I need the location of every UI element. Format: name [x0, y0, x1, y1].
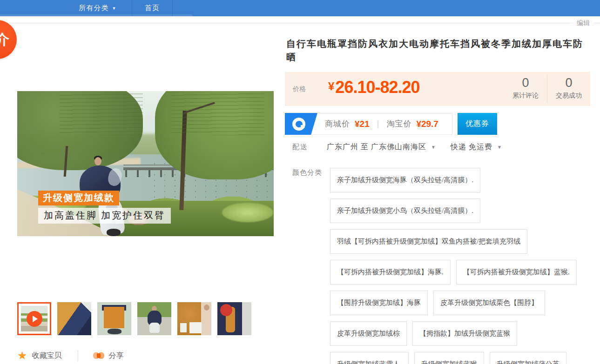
stat-comments-value: 0	[504, 76, 547, 90]
sku-option-7[interactable]: 皮革升级侧宽加绒栗色【围脖】	[433, 291, 545, 315]
price-separator: |	[377, 119, 379, 129]
taobao-price-value: ¥29.7	[416, 119, 438, 129]
stat-deals-value: 0	[547, 76, 590, 90]
sku-option-10[interactable]: 升级侧宽加绒蓝雪人.	[330, 352, 409, 364]
page-title: 自行车电瓶罩挡防风衣加大电动摩托车挡风被冬季加绒加厚电车防晒	[286, 37, 590, 64]
sku-option-12[interactable]: 升级侧宽加绒蒲公英	[490, 352, 566, 364]
trade-stats: 0 累计评论 0 交易成功	[504, 72, 590, 106]
stat-deals-label: 交易成功	[547, 92, 590, 100]
mall-price-label: 商城价	[325, 119, 350, 129]
thumbnail-1-image	[21, 306, 47, 331]
edit-link[interactable]: 编辑	[573, 19, 593, 27]
thumbnail-strip	[17, 302, 251, 335]
shop-logo-icon	[285, 113, 317, 135]
sku-options: 亲子加绒升级侧宽海豚（双头拉链/高清膜）. 亲子加绒升级侧宽小鸟（双头拉链/高清…	[330, 168, 593, 364]
gallery-actions: ★ 收藏宝贝 分享	[17, 349, 124, 363]
scene-rider-head	[94, 157, 101, 165]
delivery-label: 配送	[292, 143, 327, 152]
scene-willow-fringe	[171, 91, 264, 135]
stat-comments: 0 累计评论	[504, 72, 547, 106]
share-button[interactable]: 分享	[109, 351, 124, 361]
nav-home-label: 首页	[145, 4, 160, 13]
actions-divider	[78, 350, 78, 361]
thumbnail-3[interactable]	[97, 302, 131, 335]
taobao-price-label: 淘宝价	[386, 119, 411, 129]
sku-option-11[interactable]: 升级侧宽加绒蓝猴	[414, 352, 484, 364]
coupon-button[interactable]: 优惠券	[458, 113, 497, 135]
shipping-method-select[interactable]: 快递 免运费	[451, 142, 492, 152]
image-overlay-caption: 加高盖住脚 加宽护住双臂	[38, 208, 171, 224]
price-range: ¥26.10-82.20	[328, 78, 420, 97]
image-overlay-badge: 升级侧宽加绒款	[38, 191, 119, 205]
scene-wheel	[107, 229, 121, 236]
sku-option-1[interactable]: 亲子加绒升级侧宽海豚（双头拉链/高清膜）.	[330, 168, 480, 192]
favorite-star-icon[interactable]: ★	[17, 350, 27, 361]
thumbnail-4[interactable]	[137, 302, 171, 335]
thumbnail-2[interactable]	[57, 302, 91, 335]
thumbnail-1-video[interactable]	[17, 302, 51, 335]
delivery-row: 配送 广东广州 至 广东佛山南海区 ▼ 快递 免运费 ▼	[292, 141, 506, 152]
sku-option-5[interactable]: 【可拆内搭被升级侧宽加绒】蓝猴.	[456, 260, 577, 285]
main-product-image[interactable]: 升级侧宽加绒款 加高盖住脚 加宽护住双臂	[17, 91, 274, 236]
sku-option-4[interactable]: 【可拆内搭被升级侧宽加绒】海豚.	[330, 260, 451, 285]
chevron-down-icon: ▼	[112, 6, 117, 11]
price-compare-texts: 商城价 ¥21 | 淘宝价 ¥29.7	[325, 113, 438, 134]
promo-corner-badge-text: 介	[0, 30, 9, 49]
sku-section-label: 颜色分类	[292, 168, 322, 177]
sku-option-8[interactable]: 皮革升级侧宽加绒棕	[330, 321, 407, 346]
thumbnail-5[interactable]	[177, 302, 211, 335]
nav-all-categories-label: 所有分类	[79, 4, 109, 13]
thumbnail-6[interactable]	[217, 302, 251, 335]
top-nav: 所有分类 ▼ 首页	[0, 0, 600, 16]
mall-price-value: ¥21	[355, 119, 370, 129]
promo-corner-badge: 介	[0, 20, 17, 59]
content-divider	[0, 23, 600, 23]
favorite-button[interactable]: 收藏宝贝	[32, 351, 62, 361]
nav-all-categories[interactable]: 所有分类 ▼	[65, 0, 130, 16]
sku-option-2[interactable]: 亲子加绒升级侧宽小鸟（双头拉链/高清膜）.	[330, 199, 480, 223]
scene-willow-fringe	[59, 91, 143, 135]
scene-plants-right	[222, 203, 273, 222]
price-panel: 价格 ¥26.10-82.20 0 累计评论 0 交易成功	[285, 72, 590, 106]
currency-symbol: ¥	[328, 80, 334, 93]
price-compare-box: 商城价 ¥21 | 淘宝价 ¥29.7	[285, 113, 452, 135]
sku-option-6[interactable]: 【围脖升级侧宽加绒】海豚	[330, 291, 428, 315]
share-icon[interactable]	[93, 351, 104, 360]
product-detail-page: 所有分类 ▼ 首页 编辑 介	[0, 0, 600, 364]
sku-option-9[interactable]: 【拇指款】加绒升级侧宽蓝猴	[412, 321, 517, 346]
stat-comments-label: 累计评论	[504, 92, 547, 100]
chevron-down-icon[interactable]: ▼	[497, 145, 502, 150]
nav-home[interactable]: 首页	[132, 0, 173, 16]
stat-deals: 0 交易成功	[547, 72, 590, 106]
price-value: 26.10-82.20	[335, 78, 419, 97]
chevron-down-icon[interactable]: ▼	[431, 145, 436, 150]
price-label: 价格	[293, 85, 306, 93]
delivery-route-select[interactable]: 广东广州 至 广东佛山南海区	[327, 142, 426, 152]
sku-option-3[interactable]: 羽绒【可拆内搭被升级侧宽加绒】双鱼内搭被/把套填充羽绒	[330, 229, 527, 254]
play-icon[interactable]	[27, 311, 42, 327]
